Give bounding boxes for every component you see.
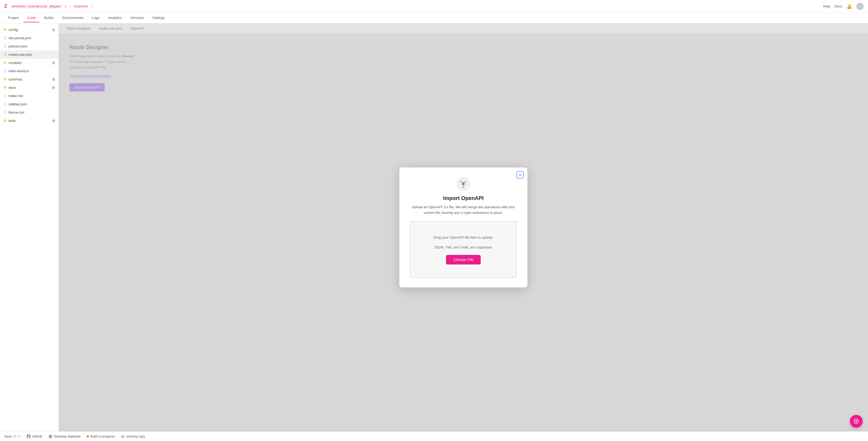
github-status[interactable]: GitHub <box>27 435 42 438</box>
modal-overlay[interactable]: ✕ Import OpenAPI <box>59 24 868 431</box>
main-content: Route Designer routes.oas.json OpenAPI R… <box>59 24 868 431</box>
gateway-label: Gateway deployed <box>54 435 80 438</box>
add-icon[interactable]: ⊕ <box>52 27 55 32</box>
svg-point-3 <box>460 181 462 182</box>
github-icon <box>27 435 30 438</box>
project-name[interactable]: amethyst_underground_alligator <box>11 4 61 8</box>
import-openapi-modal: ✕ Import OpenAPI <box>399 167 527 287</box>
tab-project[interactable]: Project <box>4 13 23 23</box>
folder-icon: 📁 <box>3 86 7 89</box>
file-icon: 📄 <box>3 69 7 73</box>
working-copy-label: working copy <box>126 435 145 438</box>
sidebar-item-label: index.md <box>8 94 50 98</box>
sidebar-item-tests[interactable]: 📁 tests ⊕ <box>0 116 58 125</box>
sidebar-item-docs[interactable]: 📁 docs ⊕ <box>0 83 58 92</box>
modal-icon <box>457 177 470 191</box>
sidebar-item-label: policies.json <box>8 44 50 48</box>
modal-description: Upload an OpenAPI 3.x file. We will merg… <box>410 204 517 216</box>
sidebar-item-sidebar-json[interactable]: 📄 sidebar.json ⋯ <box>0 100 58 108</box>
add-icon[interactable]: ⊕ <box>52 85 55 90</box>
folder-icon: 📁 <box>3 61 7 65</box>
help-link[interactable]: Help <box>823 4 830 8</box>
tab-logs[interactable]: Logs <box>88 13 103 23</box>
build-status-dot <box>87 435 89 438</box>
folder-icon: 📁 <box>3 119 7 123</box>
add-icon[interactable]: ⊕ <box>52 118 55 123</box>
sidebar-item-dev-portal[interactable]: 📄 dev-portal.json ⋯ <box>0 34 58 42</box>
folder-icon: 📁 <box>3 28 7 31</box>
breadcrumb-separator: / <box>70 4 71 8</box>
save-status[interactable]: Save ⌘+S <box>4 435 20 438</box>
branch-dropdown-icon[interactable]: ◇ <box>91 4 93 8</box>
choose-file-button[interactable]: Choose File <box>446 255 481 265</box>
sidebar-item-index[interactable]: 📄 index.md ⋯ <box>0 92 58 100</box>
file-dropzone[interactable]: Drag your OpenAPI file here to upload. J… <box>410 221 517 278</box>
svg-point-2 <box>463 183 464 185</box>
add-icon[interactable]: ⊕ <box>52 77 55 82</box>
dropzone-text-line2: JSON, YML and YAML are supported. <box>416 244 511 250</box>
sidebar-item-label: tests <box>8 118 50 123</box>
logo: Z <box>4 3 7 9</box>
tab-services[interactable]: Services <box>127 13 148 23</box>
sidebar-item-routes[interactable]: 📝 routes.oas.json ⋯ <box>0 50 58 59</box>
save-label[interactable]: Save <box>4 435 11 438</box>
sidebar-item-label: dev-portal.json <box>8 36 50 40</box>
sidebar-item-hello-world[interactable]: 📄 hello-world.ts ⋯ <box>0 67 58 75</box>
svg-point-4 <box>465 181 466 182</box>
dropzone-text-line1: Drag your OpenAPI file here to upload. <box>416 234 511 240</box>
tab-environments[interactable]: Environments <box>58 13 87 23</box>
status-bar: Save ⌘+S GitHub Gateway deployed Build i… <box>0 431 868 441</box>
file-icon: 📄 <box>3 102 7 106</box>
sidebar-item-policies[interactable]: 📄 policies.json ⋯ <box>0 42 58 50</box>
sidebar-item-label: schemas <box>8 77 50 81</box>
tab-settings[interactable]: Settings <box>149 13 169 23</box>
nav-tabs: Project Code Builds Environments Logs An… <box>0 13 868 24</box>
modal-close-button[interactable]: ✕ <box>516 171 524 179</box>
sidebar-item-schemas[interactable]: 📁 schemas ⊕ <box>0 75 58 83</box>
tab-analytics[interactable]: Analytics <box>104 13 126 23</box>
sidebar-item-config[interactable]: 📁 config ⊕ <box>0 26 58 34</box>
build-status: Build in-progress <box>87 435 115 438</box>
modal-title: Import OpenAPI <box>410 195 517 201</box>
save-shortcut: ⌘+S <box>13 435 20 438</box>
bell-icon[interactable]: 🔔 <box>847 4 852 9</box>
branch-name[interactable]: local-lore <box>74 4 88 8</box>
file-icon: 📄 <box>3 44 7 48</box>
sidebar-item-theme[interactable]: 📄 theme.css ⋯ <box>0 108 58 116</box>
gateway-icon <box>49 435 52 438</box>
sidebar-item-label: config <box>8 28 50 32</box>
file-icon: 📄 <box>3 36 7 40</box>
avatar[interactable] <box>856 3 864 10</box>
tab-code[interactable]: Code <box>24 13 39 23</box>
main-layout: 📁 config ⊕ 📄 dev-portal.json ⋯ 📄 policie… <box>0 24 868 431</box>
file-icon: 📄 <box>3 111 7 114</box>
topbar: Z amethyst_underground_alligator ◇ / loc… <box>0 0 868 13</box>
file-sidebar: 📁 config ⊕ 📄 dev-portal.json ⋯ 📄 policie… <box>0 24 59 431</box>
docs-link[interactable]: Docs <box>834 4 842 8</box>
fab-icon <box>853 418 859 424</box>
sidebar-item-label: hello-world.ts <box>8 69 50 73</box>
file-icon: 📄 <box>3 94 7 98</box>
build-label: Build in-progress <box>91 435 115 438</box>
topbar-right: Help Docs 🔔 <box>823 3 864 10</box>
project-dropdown-icon[interactable]: ◇ <box>64 4 66 8</box>
sidebar-item-modules[interactable]: 📁 modules ⊕ <box>0 59 58 67</box>
tab-builds[interactable]: Builds <box>40 13 57 23</box>
sidebar-item-label: docs <box>8 86 50 90</box>
sidebar-item-label: sidebar.json <box>8 102 50 106</box>
github-label: GitHub <box>32 435 42 438</box>
folder-icon: 📁 <box>3 77 7 81</box>
sidebar-item-label: theme.css <box>8 110 50 114</box>
gateway-status: Gateway deployed <box>49 435 80 438</box>
working-copy-icon <box>121 435 125 438</box>
fab-button[interactable] <box>850 415 863 428</box>
working-copy-status: working copy <box>121 435 145 438</box>
add-icon[interactable]: ⊕ <box>52 60 55 65</box>
file-icon: 📝 <box>3 53 7 56</box>
sidebar-item-label: modules <box>8 61 50 65</box>
sidebar-item-label: routes.oas.json <box>8 53 50 57</box>
